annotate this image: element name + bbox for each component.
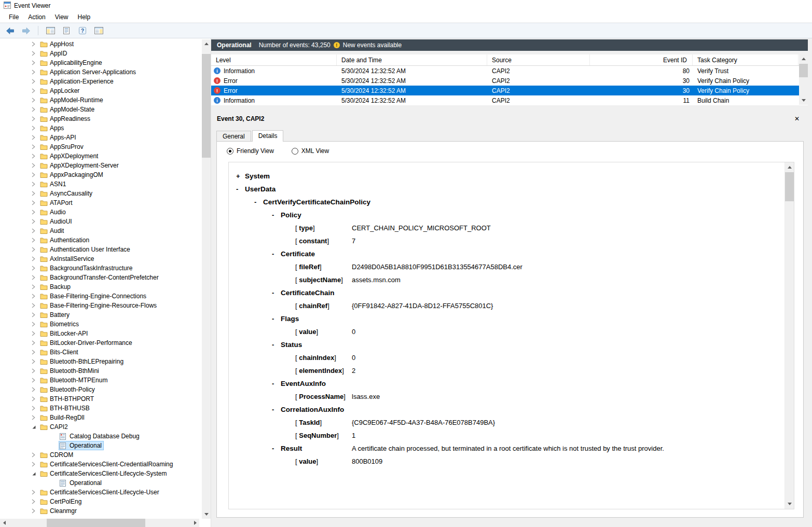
tree-item-backup[interactable]: Backup <box>0 282 202 292</box>
tree-item-appmodel-runtime[interactable]: AppModel-Runtime <box>0 95 202 105</box>
chevron-right-icon[interactable] <box>31 210 39 215</box>
chevron-right-icon[interactable] <box>31 331 39 336</box>
tree-vertical-scrollbar[interactable] <box>202 39 211 519</box>
forward-icon[interactable] <box>20 25 32 36</box>
chevron-right-icon[interactable] <box>31 88 39 93</box>
chevron-right-icon[interactable] <box>31 135 39 140</box>
column-header-task-category[interactable]: Task Category <box>693 54 799 65</box>
chevron-right-icon[interactable] <box>31 368 39 373</box>
tree-scroll-right-button[interactable] <box>191 519 199 527</box>
chevron-right-icon[interactable] <box>31 182 39 187</box>
tree-item-ataport[interactable]: ATAPort <box>0 198 202 207</box>
tree-item-audit[interactable]: Audit <box>0 226 202 235</box>
table-vertical-scrollbar[interactable] <box>799 54 808 105</box>
menu-file[interactable]: File <box>4 12 23 22</box>
tree-item-appmodel-state[interactable]: AppModel-State <box>0 105 202 114</box>
event-row[interactable]: iInformation5/30/2024 12:32:52 AMCAPI280… <box>211 66 808 76</box>
detail-vertical-scroll-thumb[interactable] <box>785 172 794 201</box>
tree-item-application-server-applications[interactable]: Application Server-Applications <box>0 67 202 77</box>
chevron-right-icon[interactable] <box>31 256 39 261</box>
chevron-right-icon[interactable] <box>31 172 39 177</box>
tree-item-catalog-database-debug[interactable]: Catalog Database Debug <box>0 432 202 441</box>
tree-item-appsruprov[interactable]: AppSruProv <box>0 142 202 151</box>
chevron-down-icon[interactable] <box>31 471 39 476</box>
collapse-icon[interactable]: - <box>272 403 281 416</box>
tree-item-authentication-user-interface[interactable]: Authentication User Interface <box>0 245 202 254</box>
tree-item-bluetooth-mtpenum[interactable]: Bluetooth-MTPEnum <box>0 376 202 385</box>
tree-item-appid[interactable]: AppID <box>0 49 202 58</box>
close-icon[interactable]: ✕ <box>792 115 802 122</box>
tree-item-applicabilityengine[interactable]: ApplicabilityEngine <box>0 58 202 67</box>
friendly-view-radio[interactable]: Friendly View <box>227 147 274 155</box>
chevron-right-icon[interactable] <box>31 228 39 233</box>
column-header-event-id[interactable]: Event ID <box>590 54 693 65</box>
tree-item-bitlocker-api[interactable]: BitLocker-API <box>0 329 202 338</box>
chevron-right-icon[interactable] <box>31 154 39 159</box>
chevron-right-icon[interactable] <box>31 499 39 504</box>
tree-horizontal-scrollbar[interactable] <box>0 519 199 527</box>
tree-item-cdrom[interactable]: CDROM <box>0 450 202 460</box>
help-icon[interactable]: ? <box>77 25 88 36</box>
chevron-right-icon[interactable] <box>31 247 39 252</box>
tree-vertical-scroll-thumb[interactable] <box>202 54 211 158</box>
tree-item-capi2[interactable]: CAPI2 <box>0 422 202 432</box>
chevron-right-icon[interactable] <box>31 340 39 345</box>
table-scroll-up-button[interactable] <box>799 54 808 63</box>
tree-item-appxpackagingom[interactable]: AppxPackagingOM <box>0 170 202 179</box>
chevron-right-icon[interactable] <box>31 359 39 364</box>
detail-vertical-scrollbar[interactable] <box>785 162 794 509</box>
chevron-right-icon[interactable] <box>31 70 39 75</box>
tree-item-applocker[interactable]: AppLocker <box>0 86 202 95</box>
chevron-right-icon[interactable] <box>31 126 39 131</box>
collapse-icon[interactable]: - <box>272 377 281 390</box>
action-pane-icon[interactable] <box>93 25 104 36</box>
collapse-icon[interactable]: - <box>272 442 281 455</box>
tree-item-certificateservicesclient-lifecycle-system[interactable]: CertificateServicesClient-Lifecycle-Syst… <box>0 469 202 478</box>
chevron-right-icon[interactable] <box>31 294 39 299</box>
chevron-right-icon[interactable] <box>31 144 39 149</box>
tree-item-apphost[interactable]: AppHost <box>0 39 202 49</box>
tree-item-application-experience[interactable]: Application-Experience <box>0 77 202 86</box>
collapse-icon[interactable]: - <box>272 338 281 351</box>
tree-item-appxdeployment[interactable]: AppXDeployment <box>0 151 202 161</box>
chevron-right-icon[interactable] <box>31 79 39 84</box>
tree-item-base-filtering-engine-resource-flows[interactable]: Base-Filtering-Engine-Resource-Flows <box>0 301 202 310</box>
chevron-right-icon[interactable] <box>31 219 39 224</box>
chevron-right-icon[interactable] <box>31 387 39 392</box>
tree-item-bth-bthusb[interactable]: BTH-BTHUSB <box>0 404 202 413</box>
tree-item-bluetooth-bthmini[interactable]: Bluetooth-BthMini <box>0 366 202 376</box>
tree-scroll-left-button[interactable] <box>0 519 8 527</box>
chevron-right-icon[interactable] <box>31 51 39 56</box>
table-vertical-scroll-thumb[interactable] <box>799 64 808 77</box>
tree-item-bluetooth-policy[interactable]: Bluetooth-Policy <box>0 385 202 394</box>
table-scroll-down-button[interactable] <box>799 96 808 105</box>
tab-general[interactable]: General <box>216 131 251 141</box>
chevron-right-icon[interactable] <box>31 350 39 355</box>
chevron-right-icon[interactable] <box>31 191 39 196</box>
collapse-icon[interactable]: - <box>254 196 263 209</box>
tree-item-bitlocker-driver-performance[interactable]: BitLocker-Driver-Performance <box>0 338 202 348</box>
chevron-right-icon[interactable] <box>31 284 39 289</box>
collapse-icon[interactable]: - <box>272 247 281 260</box>
tree-item-backgroundtaskinfrastructure[interactable]: BackgroundTaskInfrastructure <box>0 264 202 273</box>
event-row[interactable]: !Error5/30/2024 12:32:52 AMCAPI230Verify… <box>211 86 808 95</box>
tree-item-bluetooth-bthleprepairing[interactable]: Bluetooth-BthLEPrepairing <box>0 357 202 366</box>
chevron-down-icon[interactable] <box>31 424 39 429</box>
tree-item-biometrics[interactable]: Biometrics <box>0 320 202 329</box>
chevron-right-icon[interactable] <box>31 200 39 205</box>
console-tree-icon[interactable] <box>45 25 56 36</box>
tree-item-asynccausality[interactable]: AsyncCausality <box>0 189 202 198</box>
tree-item-build-regdll[interactable]: Build-RegDll <box>0 413 202 422</box>
chevron-right-icon[interactable] <box>31 508 39 514</box>
menu-action[interactable]: Action <box>23 12 50 22</box>
tree-item-audioui[interactable]: AudioUI <box>0 217 202 226</box>
chevron-right-icon[interactable] <box>31 415 39 420</box>
xml-view-radio[interactable]: XML View <box>292 147 329 155</box>
chevron-right-icon[interactable] <box>31 98 39 103</box>
tree-item-backgroundtransfer-contentprefetcher[interactable]: BackgroundTransfer-ContentPrefetcher <box>0 273 202 282</box>
back-icon[interactable] <box>4 25 16 36</box>
tree-item-cleanmgr[interactable]: Cleanmgr <box>0 506 202 516</box>
tree-item-appreadiness[interactable]: AppReadiness <box>0 114 202 123</box>
chevron-right-icon[interactable] <box>31 60 39 65</box>
detail-scroll-up-button[interactable] <box>785 163 794 172</box>
